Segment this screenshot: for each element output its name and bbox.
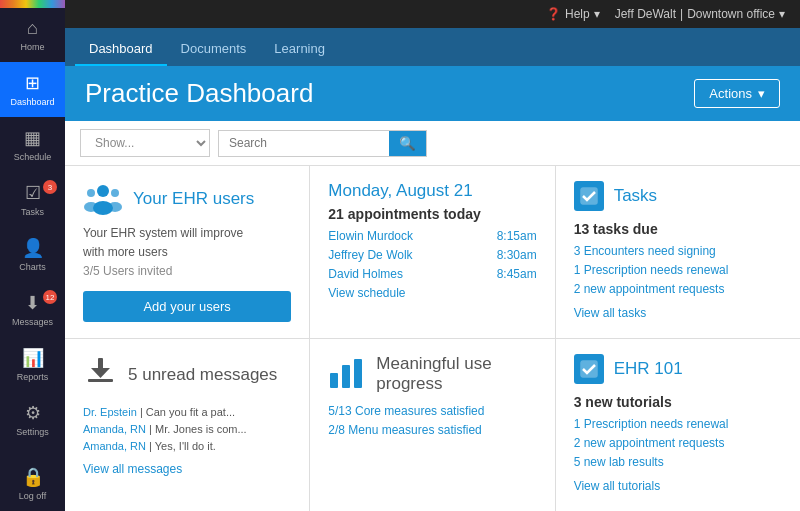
sidebar-item-logoff[interactable]: 🔒 Log off [0, 456, 65, 511]
appointment-row-2: David Holmes 8:45am [328, 267, 536, 281]
view-all-tasks-link[interactable]: View all tasks [574, 306, 782, 320]
task-item-2[interactable]: 2 new appointment requests [574, 282, 782, 296]
sidebar-label-home: Home [20, 42, 44, 52]
svg-marker-9 [91, 368, 110, 378]
ehr101-item-1[interactable]: 2 new appointment requests [574, 436, 782, 450]
sidebar-label-settings: Settings [16, 427, 49, 437]
card-appointments: Monday, August 21 21 appointments today … [310, 166, 554, 338]
sidebar-label-logoff: Log off [19, 491, 46, 501]
messages-title: 5 unread messages [128, 365, 277, 385]
message-preview-2: Yes, I'll do it. [155, 440, 216, 452]
tasks-due: 13 tasks due [574, 221, 782, 237]
tab-documents[interactable]: Documents [167, 33, 261, 66]
ehr101-title: EHR 101 [614, 359, 683, 379]
sidebar-label-schedule: Schedule [14, 152, 52, 162]
actions-label: Actions [709, 86, 752, 101]
ehr101-item-0[interactable]: 1 Prescription needs renewal [574, 417, 782, 431]
filter-bar: Show... 🔍 [65, 121, 800, 166]
svg-point-4 [111, 189, 119, 197]
page-title: Practice Dashboard [85, 78, 313, 109]
sidebar-item-reports[interactable]: 📊 Reports [0, 337, 65, 392]
schedule-icon: ▦ [24, 127, 41, 149]
card-meaningful-use: Meaningful use progress 5/13 Core measur… [310, 339, 554, 511]
sidebar-label-tasks: Tasks [21, 207, 44, 217]
core-measures[interactable]: 5/13 Core measures satisfied [328, 404, 536, 418]
sidebar: ⌂ Home ⊞ Dashboard ▦ Schedule 3 ☑ Tasks … [0, 0, 65, 511]
search-button[interactable]: 🔍 [389, 131, 426, 156]
sidebar-label-messages: Messages [12, 317, 53, 327]
view-all-tutorials-link[interactable]: View all tutorials [574, 479, 782, 493]
svg-rect-7 [88, 379, 113, 382]
sidebar-item-tasks[interactable]: 3 ☑ Tasks [0, 172, 65, 227]
task-item-0[interactable]: 3 Encounters need signing [574, 244, 782, 258]
sidebar-item-dashboard[interactable]: ⊞ Dashboard [0, 62, 65, 117]
actions-chevron-icon: ▾ [758, 86, 765, 101]
add-users-button[interactable]: Add your users [83, 291, 291, 322]
message-preview-0: Can you fit a pat... [146, 406, 235, 418]
sidebar-item-messages[interactable]: 12 ⬇ Messages [0, 282, 65, 337]
messages-badge: 12 [43, 290, 57, 304]
messages-icon: ⬇ [25, 292, 40, 314]
tasks-title: Tasks [614, 186, 657, 206]
tasks-icon: ☑ [25, 182, 41, 204]
view-all-messages-link[interactable]: View all messages [83, 462, 291, 476]
message-sender-0[interactable]: Dr. Epstein [83, 406, 137, 418]
sidebar-label-reports: Reports [17, 372, 49, 382]
ehr-users-desc1: Your EHR system will improve [83, 226, 291, 240]
appointment-row-1: Jeffrey De Wolk 8:30am [328, 248, 536, 262]
show-select[interactable]: Show... [80, 129, 210, 157]
ehr101-item-2[interactable]: 5 new lab results [574, 455, 782, 469]
lock-icon: 🔒 [22, 466, 44, 488]
appointments-title: Monday, August 21 [328, 181, 536, 201]
color-bar [0, 0, 65, 8]
sidebar-item-settings[interactable]: ⚙ Settings [0, 392, 65, 447]
view-schedule-link[interactable]: View schedule [328, 286, 536, 300]
help-chevron-icon: ▾ [594, 7, 600, 21]
ehr101-subtitle: 3 new tutorials [574, 394, 782, 410]
message-sender-1[interactable]: Amanda, RN [83, 423, 146, 435]
card-ehr101: EHR 101 3 new tutorials 1 Prescription n… [556, 339, 800, 511]
main-content: ❓ Help ▾ Jeff DeWalt | Downtown office ▾… [65, 0, 800, 511]
sidebar-item-home[interactable]: ⌂ Home [0, 8, 65, 62]
appointment-time-0: 8:15am [497, 229, 537, 243]
appointment-name-2[interactable]: David Holmes [328, 267, 403, 281]
svg-point-0 [97, 185, 109, 197]
message-row-2: Amanda, RN | Yes, I'll do it. [83, 440, 291, 452]
search-input[interactable] [219, 131, 389, 156]
tasks-badge: 3 [43, 180, 57, 194]
home-icon: ⌂ [27, 18, 38, 39]
user-separator: | [680, 7, 683, 21]
message-sender-2[interactable]: Amanda, RN [83, 440, 146, 452]
card-ehr-users-header: Your EHR users [83, 181, 291, 216]
tab-dashboard[interactable]: Dashboard [75, 33, 167, 66]
download-icon [83, 354, 118, 396]
page-header: Practice Dashboard Actions ▾ [65, 66, 800, 121]
user-chevron-icon: ▾ [779, 7, 785, 21]
user-menu[interactable]: Jeff DeWalt | Downtown office ▾ [615, 7, 785, 21]
sidebar-item-charts[interactable]: 👤 Charts [0, 227, 65, 282]
sidebar-item-schedule[interactable]: ▦ Schedule [0, 117, 65, 172]
card-ehr101-header: EHR 101 [574, 354, 782, 384]
message-preview-1: Mr. Jones is com... [155, 423, 247, 435]
charts-icon: 👤 [22, 237, 44, 259]
svg-rect-10 [330, 373, 338, 388]
ehr-users-title: Your EHR users [133, 189, 254, 209]
actions-button[interactable]: Actions ▾ [694, 79, 780, 108]
appointment-name-0[interactable]: Elowin Murdock [328, 229, 413, 243]
ehr-users-invited: 3/5 Users invited [83, 264, 291, 278]
tasks-checkbox-icon [574, 181, 604, 211]
menu-measures[interactable]: 2/8 Menu measures satisfied [328, 423, 536, 437]
ehr101-checkbox-icon [574, 354, 604, 384]
task-item-1[interactable]: 1 Prescription needs renewal [574, 263, 782, 277]
help-menu[interactable]: ❓ Help ▾ [546, 7, 600, 21]
sidebar-label-dashboard: Dashboard [10, 97, 54, 107]
tab-learning[interactable]: Learning [260, 33, 339, 66]
card-ehr-users: Your EHR users Your EHR system will impr… [65, 166, 309, 338]
settings-icon: ⚙ [25, 402, 41, 424]
sidebar-label-charts: Charts [19, 262, 46, 272]
user-office: Downtown office [687, 7, 775, 21]
dashboard-icon: ⊞ [25, 72, 40, 94]
message-row-0: Dr. Epstein | Can you fit a pat... [83, 406, 291, 418]
appointment-time-2: 8:45am [497, 267, 537, 281]
appointment-name-1[interactable]: Jeffrey De Wolk [328, 248, 412, 262]
